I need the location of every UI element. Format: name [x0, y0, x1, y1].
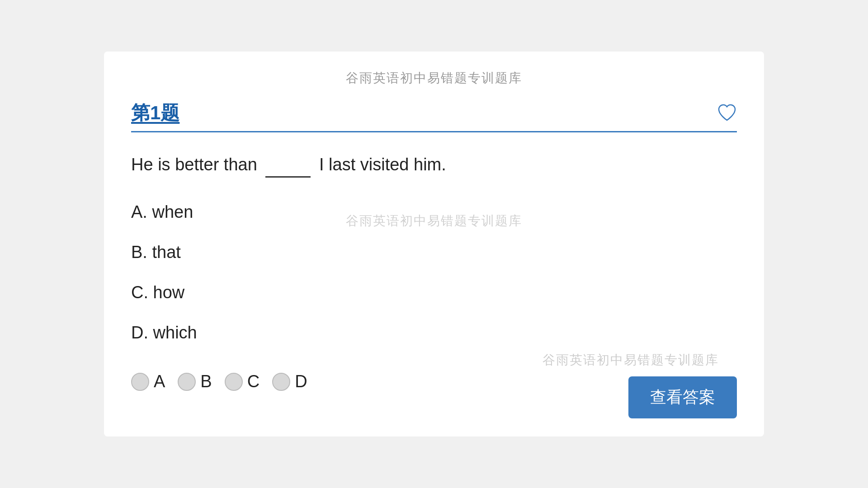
option-d[interactable]: D. which	[131, 321, 737, 345]
radio-option-a[interactable]: A	[131, 372, 165, 391]
page-container: 谷雨英语初中易错题专训题库 第1题 He is better than I la…	[0, 0, 868, 488]
radio-label-b: B	[200, 372, 212, 391]
radio-label-d: D	[295, 372, 307, 391]
radio-option-c[interactable]: C	[225, 372, 259, 391]
question-blank	[265, 150, 311, 178]
radio-circle-b	[178, 373, 196, 391]
question-text-before: He is better than	[131, 155, 257, 174]
question-text-after: I last visited him.	[319, 155, 446, 174]
option-c[interactable]: C. how	[131, 281, 737, 305]
radio-label-a: A	[154, 372, 165, 391]
option-a[interactable]: A. when	[131, 200, 737, 224]
answer-button[interactable]: 查看答案	[628, 376, 737, 418]
question-number: 第1题	[131, 100, 179, 126]
radio-option-b[interactable]: B	[178, 372, 212, 391]
option-b[interactable]: B. that	[131, 240, 737, 264]
radio-circle-a	[131, 373, 149, 391]
heart-icon[interactable]	[717, 103, 737, 123]
question-card: 谷雨英语初中易错题专训题库 第1题 He is better than I la…	[104, 52, 764, 437]
question-title-row: 第1题	[131, 100, 737, 132]
radio-label-c: C	[247, 372, 259, 391]
options-list: A. when B. that C. how D. which	[131, 200, 737, 345]
radio-circle-c	[225, 373, 243, 391]
bottom-watermark: 谷雨英语初中易错题专训题库	[542, 352, 719, 369]
question-text: He is better than I last visited him.	[131, 150, 737, 178]
radio-circle-d	[272, 373, 290, 391]
top-watermark: 谷雨英语初中易错题专训题库	[131, 70, 737, 87]
radio-option-d[interactable]: D	[272, 372, 307, 391]
